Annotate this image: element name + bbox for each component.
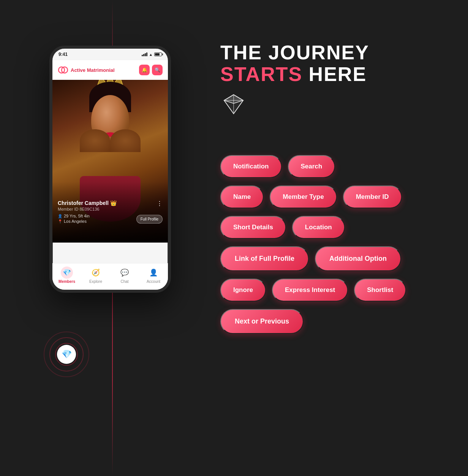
account-label: Account	[147, 279, 160, 284]
headline-line1: THE JOURNEY	[220, 42, 445, 63]
headline-accent: STARTS	[220, 63, 302, 85]
phone-section: 9:41 ▲	[23, 30, 198, 446]
diamond-icon: 💎	[62, 349, 72, 359]
additional-option-pill[interactable]: Additional Option	[315, 246, 401, 271]
explore-icon: 🧭	[90, 267, 102, 279]
explore-label: Explore	[89, 279, 102, 284]
location-pill[interactable]: Location	[292, 216, 345, 239]
members-icon: 💎	[61, 267, 73, 279]
battery-icon	[154, 52, 162, 56]
phone-time: 9:41	[58, 52, 68, 57]
signal-icon	[142, 52, 147, 56]
member-type-pill[interactable]: Member Type	[270, 186, 337, 208]
name-pill[interactable]: Name	[220, 186, 264, 208]
nav-chat[interactable]: 💬 Chat	[110, 267, 139, 284]
app-name: Active Matrimonial	[71, 67, 115, 73]
headline-rest: HERE	[309, 63, 367, 85]
pills-row-5: Ignore Express Interest Shortlist	[220, 279, 445, 301]
profile-name: Christofer Campbell 👑	[58, 200, 163, 206]
pills-container: Notification Search Name Member Type Mem…	[220, 155, 445, 334]
phone-mockup: 9:41 ▲	[49, 46, 171, 293]
ripple-effect: 💎	[44, 332, 89, 377]
notification-btn[interactable]: 🔔	[139, 65, 150, 75]
app-header: Active Matrimonial 🔔 🔍	[52, 60, 168, 80]
status-bar: 9:41 ▲	[52, 49, 168, 60]
short-details-pill[interactable]: Short Details	[220, 216, 286, 239]
express-interest-pill[interactable]: Express Interest	[272, 279, 348, 301]
headline-line2: STARTS HERE	[220, 63, 445, 85]
nav-explore[interactable]: 🧭 Explore	[81, 267, 110, 284]
link-full-profile-pill[interactable]: Link of Full Profile	[220, 246, 309, 271]
bottom-nav: 💎 Members 🧭 Explore 💬 Chat 👤 Account	[52, 263, 168, 290]
profile-info: Christofer Campbell 👑 ⋮ Member ID 8E09C1…	[58, 200, 163, 224]
pills-row-1: Notification Search	[220, 155, 445, 178]
member-id-pill[interactable]: Member ID	[343, 186, 402, 208]
rings-icon	[58, 66, 68, 74]
full-profile-button[interactable]: Full Profile	[136, 215, 163, 224]
members-label: Members	[58, 279, 75, 284]
pills-row-6: Next or Previous	[220, 309, 445, 334]
profile-image-area: Christofer Campbell 👑 ⋮ Member ID 8E09C1…	[52, 80, 168, 243]
wifi-icon: ▲	[149, 52, 153, 57]
account-icon: 👤	[147, 267, 160, 279]
pills-row-4: Link of Full Profile Additional Option	[220, 246, 445, 271]
nav-account[interactable]: 👤 Account	[139, 267, 168, 284]
nav-members[interactable]: 💎 Members	[52, 267, 81, 284]
chat-icon: 💬	[119, 267, 131, 279]
notification-pill[interactable]: Notification	[220, 155, 282, 178]
pills-row-2: Name Member Type Member ID	[220, 186, 445, 208]
location-icon: 📍	[58, 219, 62, 224]
ignore-pill[interactable]: Ignore	[220, 279, 266, 301]
header-actions: 🔔 🔍	[139, 65, 163, 75]
shortlist-pill[interactable]: Shortlist	[354, 279, 406, 301]
chat-label: Chat	[120, 279, 128, 284]
diamond-gem-icon	[220, 93, 247, 116]
profile-id: Member ID 8E09C136	[58, 207, 163, 211]
profile-menu-icon[interactable]: ⋮	[157, 200, 163, 207]
next-previous-pill[interactable]: Next or Previous	[220, 309, 304, 334]
pills-row-3: Short Details Location	[220, 216, 445, 239]
search-btn[interactable]: 🔍	[152, 65, 163, 75]
search-pill[interactable]: Search	[288, 155, 335, 178]
crown-badge: 👑	[110, 200, 117, 206]
headline: THE JOURNEY STARTS HERE	[220, 42, 445, 117]
person-icon: 👤	[58, 214, 62, 218]
diamond-center: 💎	[57, 345, 76, 364]
app-logo: Active Matrimonial	[58, 66, 115, 74]
status-icons: ▲	[142, 52, 162, 57]
content-section: THE JOURNEY STARTS HERE Notification	[220, 30, 445, 446]
profile-figure	[84, 87, 137, 163]
